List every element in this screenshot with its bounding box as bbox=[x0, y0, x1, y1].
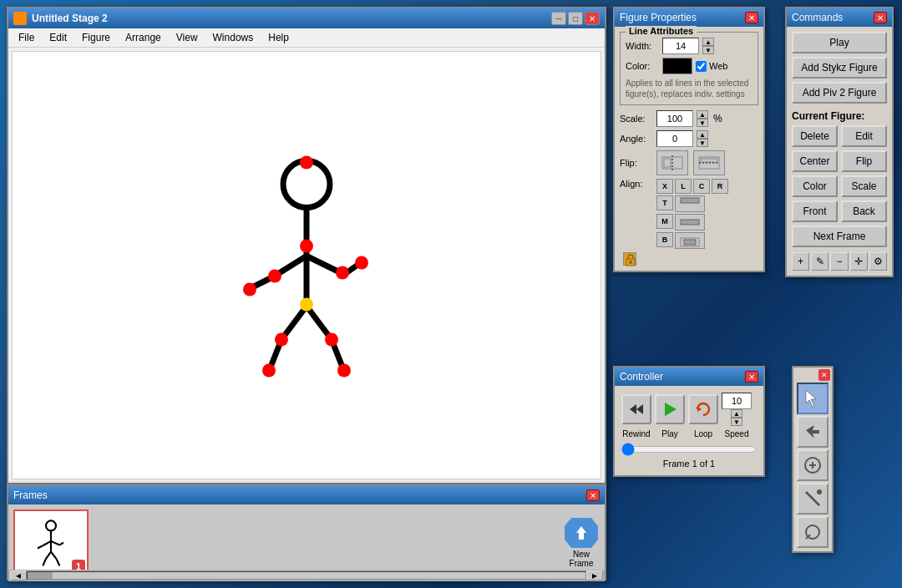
flip-vertical-btn[interactable] bbox=[693, 150, 725, 175]
color-button[interactable]: Color bbox=[792, 175, 838, 197]
remove-icon-btn[interactable]: − bbox=[830, 252, 848, 271]
flip-row: Flip: bbox=[620, 150, 758, 175]
align-mid-visual[interactable] bbox=[675, 214, 705, 231]
controller-panel: Controller ✕ ▲ bbox=[613, 366, 765, 477]
svg-point-16 bbox=[355, 256, 368, 269]
controller-close[interactable]: ✕ bbox=[745, 371, 758, 383]
frames-close-button[interactable]: ✕ bbox=[586, 489, 600, 501]
angle-down-btn[interactable]: ▼ bbox=[697, 139, 708, 147]
new-frame-button[interactable]: New Frame bbox=[565, 518, 598, 568]
close-button[interactable]: ✕ bbox=[585, 12, 600, 25]
scale-down-btn[interactable]: ▼ bbox=[697, 119, 708, 127]
center-button[interactable]: Center bbox=[792, 150, 838, 172]
svg-marker-48 bbox=[630, 404, 636, 414]
align-x-btn[interactable]: X bbox=[656, 179, 673, 194]
gear-icon-btn[interactable]: ⚙ bbox=[869, 252, 887, 271]
menu-file[interactable]: File bbox=[12, 30, 41, 45]
add-icon-btn[interactable]: + bbox=[792, 252, 809, 271]
figure-props-close[interactable]: ✕ bbox=[745, 12, 758, 23]
front-button[interactable]: Front bbox=[792, 200, 838, 222]
align-top-visual[interactable] bbox=[675, 195, 705, 212]
frames-content: 1 New Frame ◂ ▸ bbox=[8, 504, 605, 581]
menu-figure[interactable]: Figure bbox=[75, 30, 117, 45]
window-title: Untitled Stage 2 bbox=[32, 13, 108, 24]
diagonal-tool-button[interactable] bbox=[797, 483, 829, 514]
front-back-row: Front Back bbox=[792, 200, 887, 222]
speed-up-btn[interactable]: ▲ bbox=[731, 409, 742, 418]
align-m-btn[interactable]: M bbox=[656, 214, 673, 229]
svg-rect-45 bbox=[684, 240, 696, 245]
speed-down-btn[interactable]: ▼ bbox=[731, 418, 742, 426]
align-l-btn[interactable]: L bbox=[675, 179, 692, 194]
frames-panel: Frames ✕ 1 bbox=[7, 484, 606, 580]
scrollbar-thumb[interactable] bbox=[28, 572, 53, 579]
svg-line-31 bbox=[51, 552, 57, 560]
maximize-button[interactable]: □ bbox=[568, 12, 583, 25]
align-t-btn[interactable]: T bbox=[656, 195, 673, 210]
svg-marker-53 bbox=[806, 425, 819, 438]
edit-button[interactable]: Edit bbox=[841, 125, 887, 147]
rewind-button[interactable] bbox=[621, 394, 651, 424]
width-input[interactable] bbox=[662, 38, 699, 54]
canvas-area[interactable] bbox=[12, 51, 601, 479]
frame-thumbnail[interactable]: 1 bbox=[13, 509, 89, 576]
menu-arrange[interactable]: Arrange bbox=[119, 30, 168, 45]
svg-rect-37 bbox=[664, 159, 671, 167]
edit-icon-btn[interactable]: ✎ bbox=[811, 252, 829, 271]
play-button[interactable] bbox=[655, 394, 685, 424]
cursor-tool-button[interactable] bbox=[797, 383, 829, 414]
menu-help[interactable]: Help bbox=[261, 30, 296, 45]
back-button[interactable]: Back bbox=[841, 200, 887, 222]
loop-button[interactable] bbox=[688, 394, 718, 424]
scroll-left-btn[interactable]: ◂ bbox=[10, 570, 27, 580]
align-b-btn[interactable]: B bbox=[656, 232, 673, 247]
menu-edit[interactable]: Edit bbox=[43, 30, 73, 45]
plus-circle-tool-button[interactable] bbox=[797, 449, 829, 481]
scale-button[interactable]: Scale bbox=[841, 175, 887, 197]
circle-tool-button[interactable] bbox=[797, 516, 829, 548]
next-frame-button[interactable]: Next Frame bbox=[792, 226, 887, 247]
commands-close[interactable]: ✕ bbox=[874, 12, 887, 23]
speed-input[interactable] bbox=[722, 393, 752, 409]
play-label: Play bbox=[655, 429, 685, 438]
align-c-btn[interactable]: C bbox=[693, 179, 710, 194]
line-attributes-group: Line Attributes Width: ▲ ▼ Color: Web Ap… bbox=[620, 32, 758, 105]
angle-input[interactable] bbox=[656, 130, 693, 147]
loop-label: Loop bbox=[688, 429, 718, 438]
tools-close-btn[interactable]: ✕ bbox=[818, 369, 830, 381]
scale-input[interactable] bbox=[656, 110, 693, 127]
arrow-tool-button[interactable] bbox=[797, 416, 829, 448]
angle-up-btn[interactable]: ▲ bbox=[697, 130, 708, 139]
line-attributes-label: Line Attributes bbox=[626, 26, 697, 36]
menu-windows[interactable]: Windows bbox=[206, 30, 261, 45]
width-down-btn[interactable]: ▼ bbox=[702, 46, 714, 54]
lock-icon[interactable] bbox=[623, 252, 636, 266]
flip-horizontal-btn[interactable] bbox=[656, 150, 688, 175]
current-figure-label: Current Figure: bbox=[792, 110, 887, 122]
flip-cmd-button[interactable]: Flip bbox=[841, 150, 887, 172]
scroll-right-btn[interactable]: ▸ bbox=[586, 570, 603, 580]
color-swatch[interactable] bbox=[662, 58, 692, 74]
play-cmd-button[interactable]: Play bbox=[792, 32, 887, 53]
scale-label: Scale: bbox=[620, 114, 653, 124]
svg-point-22 bbox=[46, 520, 56, 530]
commands-panel: Commands ✕ Play Add Stykz Figure Add Piv… bbox=[785, 7, 894, 277]
add-piv2-button[interactable]: Add Piv 2 Figure bbox=[792, 82, 887, 104]
flip-label: Flip: bbox=[620, 158, 653, 168]
width-up-btn[interactable]: ▲ bbox=[702, 38, 714, 46]
move-icon-btn[interactable]: ✛ bbox=[850, 252, 868, 271]
scrollbar-track[interactable] bbox=[27, 571, 586, 580]
speed-control: ▲ ▼ bbox=[722, 393, 752, 426]
align-bot-visual[interactable] bbox=[675, 232, 705, 249]
frame-slider[interactable] bbox=[621, 444, 757, 455]
menu-view[interactable]: View bbox=[170, 30, 205, 45]
menu-bar: File Edit Figure Arrange View Windows He… bbox=[8, 28, 605, 48]
svg-rect-43 bbox=[681, 220, 699, 225]
delete-button[interactable]: Delete bbox=[792, 125, 838, 147]
align-r-btn[interactable]: R bbox=[712, 179, 728, 194]
speed-spinners: ▲ ▼ bbox=[731, 409, 742, 426]
minimize-button[interactable]: ─ bbox=[551, 12, 566, 25]
web-checkbox[interactable] bbox=[696, 61, 707, 72]
add-stykz-button[interactable]: Add Stykz Figure bbox=[792, 57, 887, 79]
scale-up-btn[interactable]: ▲ bbox=[697, 110, 708, 119]
